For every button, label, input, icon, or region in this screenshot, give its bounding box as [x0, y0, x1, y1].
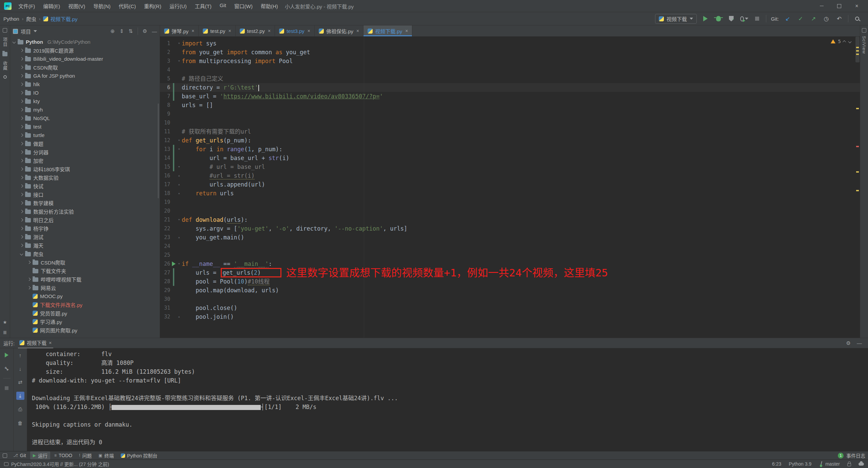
tree-item[interactable]: test [10, 122, 160, 131]
down-arrow-icon[interactable]: ↓ [16, 365, 24, 373]
chevron-right-icon[interactable] [20, 176, 23, 179]
menu-item[interactable]: 窗口(W) [231, 1, 256, 11]
code-line[interactable]: 32▴ pool.join() [160, 312, 860, 321]
history-icon[interactable]: ◷ [822, 15, 830, 23]
tree-item[interactable]: 党员答题.py [10, 309, 160, 317]
code-line[interactable]: 10 [160, 118, 860, 127]
tree-item[interactable]: 动科1805李安琪 [10, 165, 160, 173]
code-line[interactable]: 22 sys.argv = ['you-get', '-o', director… [160, 224, 860, 233]
menu-item[interactable]: 视图(V) [65, 1, 88, 11]
tree-item[interactable]: 做题 [10, 139, 160, 148]
code-line[interactable]: 19 [160, 198, 860, 207]
tree-item[interactable]: kty [10, 97, 160, 105]
chevron-right-icon[interactable] [20, 57, 23, 61]
chevron-right-icon[interactable] [20, 74, 23, 78]
menu-item[interactable]: 运行(U) [166, 1, 190, 11]
tree-item[interactable]: 接口 [10, 190, 160, 199]
chevron-down-icon[interactable] [20, 252, 23, 256]
git-branch-widget[interactable]: master [819, 461, 840, 467]
project-view-label[interactable]: 项目 [21, 28, 31, 35]
fold-marker[interactable]: ▾ [176, 215, 182, 224]
chevron-right-icon[interactable] [20, 100, 23, 103]
tree-item[interactable]: turtle [10, 131, 160, 139]
gear-icon[interactable]: ⚙ [143, 28, 147, 34]
structure-icon[interactable]: ≣ [2, 330, 8, 335]
tree-item[interactable]: 哔哩哔哩视频下载 [10, 275, 160, 284]
tree-item[interactable]: 数学建模 [10, 199, 160, 207]
chevron-right-icon[interactable] [20, 210, 23, 213]
close-icon[interactable]: × [356, 28, 359, 34]
lock-icon[interactable] [847, 463, 851, 466]
tree-item[interactable]: hlk [10, 80, 160, 89]
editor-tab[interactable]: 佛祖保佑.py× [315, 25, 363, 36]
tree-item[interactable]: NoSQL [10, 114, 160, 122]
tree-item[interactable]: MOOC.py [10, 292, 160, 300]
code-line[interactable]: 30 [160, 295, 860, 304]
tree-item[interactable]: 网页图片爬取.py [10, 326, 160, 334]
code-line[interactable]: 4 [160, 65, 860, 74]
chevron-right-icon[interactable] [20, 159, 23, 162]
tree-item[interactable]: 学习通.py [10, 317, 160, 326]
menu-item[interactable]: 导航(N) [90, 1, 114, 11]
tool-windows-icon[interactable] [3, 453, 7, 458]
close-icon[interactable]: × [268, 28, 271, 34]
run-button[interactable] [702, 15, 710, 23]
gear-icon[interactable]: ⚙ [846, 340, 851, 346]
code-line[interactable]: 3▾from multiprocessing import Pool [160, 57, 860, 65]
close-icon[interactable]: × [228, 28, 231, 34]
tree-item[interactable]: 下载文件并改名.py [10, 300, 160, 309]
editor-tab[interactable]: test.py× [199, 25, 235, 36]
chevron-down-icon[interactable] [34, 30, 37, 32]
fold-marker[interactable]: ▾ [176, 145, 182, 154]
breadcrumb-item[interactable]: 视频下载.py [43, 15, 77, 22]
editor-tab[interactable]: test3.py× [275, 25, 315, 36]
menu-item[interactable]: 工具(T) [191, 1, 215, 11]
tree-item[interactable]: 杨宇铮 [10, 224, 160, 233]
coverage-button[interactable] [727, 15, 735, 23]
menu-item[interactable]: 重构(R) [141, 1, 165, 11]
code-line[interactable]: 15▾ # url = base_url [160, 162, 860, 171]
run-console-tab[interactable]: 视频下载 × [18, 338, 53, 348]
tree-item[interactable]: 网易云 [10, 284, 160, 292]
code-line[interactable]: 11# 获取所有需要下载的url [160, 127, 860, 136]
maximize-icon[interactable] [835, 2, 844, 10]
search-everywhere-icon[interactable] [853, 15, 861, 23]
project-scrollbar[interactable] [158, 103, 159, 198]
tree-item[interactable]: 2019国赛C题资源 [10, 46, 160, 55]
tree-item[interactable]: 数据分析方法实验 [10, 207, 160, 216]
expand-all-icon[interactable]: ⇕ [119, 28, 124, 34]
code-line[interactable]: 21▾def download(urls): [160, 215, 860, 224]
fold-marker[interactable]: ▾ [176, 136, 182, 145]
database-tool-icon[interactable] [862, 28, 866, 33]
chevron-right-icon[interactable] [20, 193, 23, 196]
chevron-right-icon[interactable] [20, 117, 23, 120]
chevron-right-icon[interactable] [27, 261, 31, 264]
print-icon[interactable]: ⎙︎ [16, 405, 24, 413]
tree-item[interactable]: GA for JSP python [10, 72, 160, 80]
breadcrumb-item[interactable]: Python [3, 16, 19, 22]
code-line[interactable]: 20 [160, 207, 860, 215]
console-output[interactable]: container: flv quality: 高清 1080P size: 1… [27, 348, 868, 451]
tree-item[interactable]: 分词器 [10, 148, 160, 156]
fold-marker[interactable]: ▴ [176, 312, 182, 321]
close-icon[interactable]: × [308, 28, 310, 34]
run-line-icon[interactable] [172, 261, 176, 266]
tree-item[interactable]: 快试 [10, 182, 160, 190]
pin-icon[interactable] [3, 75, 7, 79]
hide-panel-icon[interactable]: — [152, 28, 157, 34]
chevron-right-icon[interactable] [20, 244, 23, 247]
chevron-right-icon[interactable] [20, 168, 23, 171]
code-line[interactable]: 7base_url = 'https://www.bilibili.com/vi… [160, 92, 860, 101]
clear-console-icon[interactable]: 🗑︎ [16, 419, 24, 427]
chevron-right-icon[interactable] [20, 66, 23, 69]
chevron-right-icon[interactable] [20, 125, 23, 129]
collapse-all-icon[interactable]: ⇅ [129, 28, 133, 34]
tree-item[interactable]: PythonG:\MyCode\Python [10, 38, 160, 46]
tree-item[interactable]: 测试 [10, 233, 160, 241]
code-line[interactable]: 1▾import sys [160, 39, 860, 48]
toolwindow-button-git[interactable]: ⎇Git [11, 451, 29, 460]
fold-marker[interactable]: ▴ [176, 233, 182, 242]
chevron-right-icon[interactable] [20, 184, 23, 188]
interpreter-label[interactable]: Python 3.9 [789, 461, 811, 467]
tree-item[interactable]: CSDN爬取 [10, 258, 160, 267]
